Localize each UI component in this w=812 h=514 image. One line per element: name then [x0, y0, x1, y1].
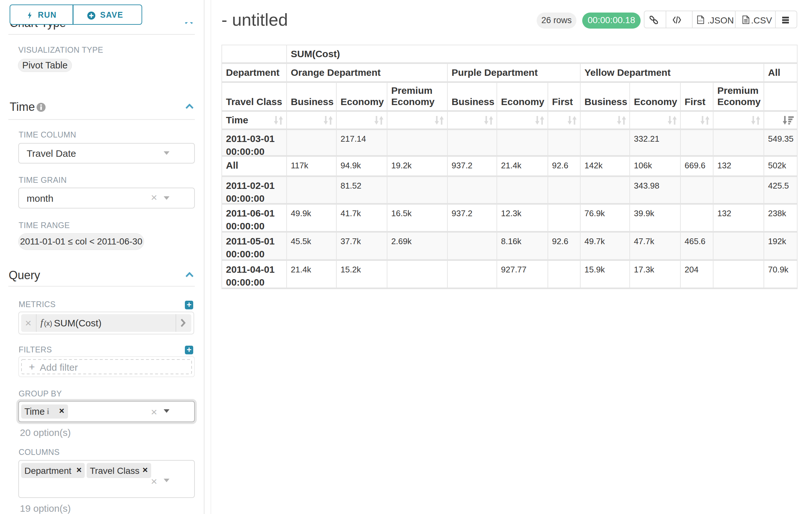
svg-text:</>: </> [698, 19, 702, 23]
